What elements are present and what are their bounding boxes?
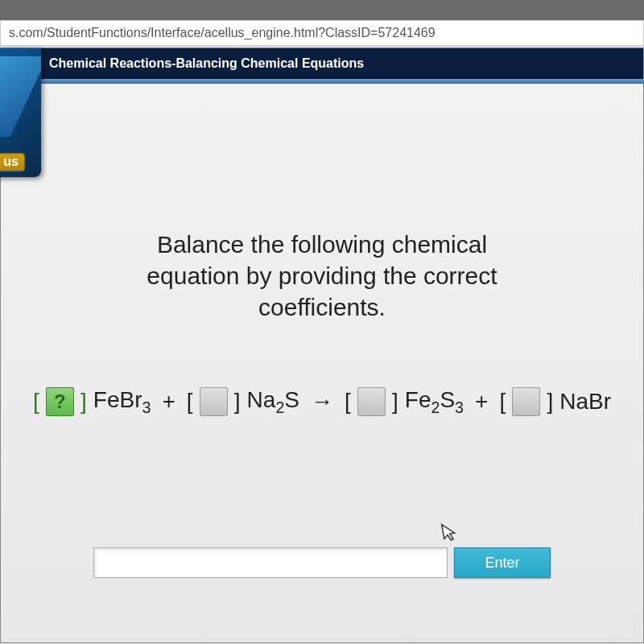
bracket-open-4: [ [499,389,506,415]
bracket-close-2: ] [234,389,241,415]
plus-2: + [475,389,488,415]
coefficient-input-4[interactable] [512,387,540,416]
bracket-close-4: ] [547,389,553,415]
coefficient-input-3[interactable] [357,387,386,416]
reaction-arrow: → [311,389,333,415]
formula-nabr: NaBr [559,389,611,415]
content-wrapper: Chemical Reactions-Balancing Chemical Eq… [0,47,644,643]
enter-button[interactable]: Enter [454,547,551,578]
coefficient-input-2[interactable] [200,387,228,416]
formula-febr3: FeBr3 [93,387,151,417]
bracket-close-3: ] [392,389,398,415]
bracket-open-3: [ [345,389,351,415]
chemical-equation: [ ? ] FeBr3 + [ ] Na2S → [ ] Fe2S3 + [ ]… [33,387,611,417]
lesson-title: Chemical Reactions-Balancing Chemical Eq… [1,48,643,79]
bracket-open-2: [ [187,389,193,415]
plus-1: + [162,389,175,415]
bracket-open-1: [ [33,389,39,415]
logo-tag: us [0,153,25,171]
cursor-icon [440,521,460,549]
acellus-logo: us [0,48,41,177]
question-prompt: Balance the following chemical equation … [33,229,611,323]
address-bar[interactable]: s.com/StudentFunctions/Interface/acellus… [0,20,644,46]
browser-frame: s.com/StudentFunctions/Interface/acellus… [0,20,644,644]
bracket-close-1: ] [80,389,87,415]
answer-area: Enter [93,547,551,578]
answer-input[interactable] [93,547,448,578]
main-content: Balance the following chemical equation … [1,84,643,642]
coefficient-input-1[interactable]: ? [46,387,74,416]
formula-na2s: Na2S [247,387,299,417]
formula-fe2s3: Fe2S3 [405,387,464,417]
